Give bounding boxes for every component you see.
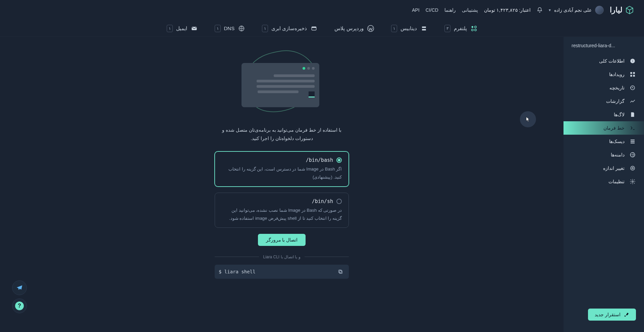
platform-icon <box>470 25 478 32</box>
option-desc: در صورتی که Bash در Image شما نصب نشده، … <box>222 206 342 222</box>
tab-dns[interactable]: DNS ۱ <box>215 25 246 32</box>
grid-icon <box>629 71 636 78</box>
deploy-button[interactable]: استقرار جدید <box>588 309 636 321</box>
brand-logo[interactable]: لیارا <box>610 6 634 14</box>
rocket-icon <box>624 312 629 317</box>
support-link[interactable]: پشتیبانی <box>462 7 478 13</box>
svg-rect-10 <box>192 27 197 30</box>
tab-badge: ۱ <box>215 25 221 32</box>
wordpress-icon <box>367 25 374 32</box>
shell-intro-text: با استفاده از خط فرمان می‌توانید به برنا… <box>221 126 342 143</box>
sidebar-item-resize[interactable]: تغییر اندازه <box>564 161 644 175</box>
history-icon <box>629 84 636 91</box>
tab-label: پلتفرم <box>454 25 467 31</box>
cli-command: $ liara shell <box>219 269 336 274</box>
gear-icon <box>629 178 636 185</box>
copy-button[interactable] <box>336 267 345 276</box>
sidebar-item-label: خط فرمان <box>603 125 625 131</box>
deploy-label: استقرار جدید <box>595 312 621 317</box>
document-icon <box>629 111 636 118</box>
tab-badge: ۱ <box>391 25 397 32</box>
cicd-link[interactable]: CI/CD <box>426 7 438 13</box>
tab-wordpress[interactable]: وردپرس پلاس <box>334 25 374 32</box>
storage-icon <box>310 25 318 32</box>
connect-browser-button[interactable]: اتصال با مرورگر <box>258 234 306 246</box>
tab-badge: ۱ <box>262 25 268 32</box>
svg-rect-5 <box>422 29 426 30</box>
sidebar-item-overview[interactable]: i اطلاعات کلی <box>564 54 644 68</box>
chart-icon <box>629 98 636 105</box>
chevron-down-icon: ▾ <box>549 8 551 12</box>
bell-icon[interactable] <box>537 7 543 13</box>
svg-rect-13 <box>630 72 632 74</box>
terminal-icon <box>629 125 636 131</box>
question-icon: ? <box>15 302 24 310</box>
tab-platform[interactable]: پلتفرم ۳ <box>444 25 478 32</box>
sidebar-item-label: تنظیمات <box>608 179 625 184</box>
api-link[interactable]: API <box>412 7 420 13</box>
main-content: با استفاده از خط فرمان می‌توانید به برنا… <box>0 37 564 332</box>
topbar: لیارا علی نجم آبادی زاده ▾ اعتبار: ۱,۴۲۳… <box>0 0 644 20</box>
sidebar-item-domains[interactable]: دامنه‌ها <box>564 148 644 161</box>
svg-point-1 <box>474 26 476 28</box>
terminal-illustration <box>235 50 329 117</box>
tab-database[interactable]: دیتابیس ۱ <box>391 25 428 32</box>
tab-label: ذخیره‌سازی ابری <box>271 25 307 31</box>
svg-point-22 <box>631 166 635 170</box>
mail-icon <box>191 25 198 32</box>
svg-rect-18 <box>631 140 635 140</box>
sidebar-item-label: تاریخچه <box>609 85 625 90</box>
cursor-ghost <box>520 111 536 127</box>
option-desc: اگر Bash در Image شما در دسترس است، این … <box>222 165 342 181</box>
shell-option-sh[interactable]: /bin/sh در صورتی که Bash در Image شما نص… <box>215 193 349 228</box>
globe-icon <box>238 25 245 32</box>
list-icon <box>629 138 636 145</box>
sidebar-item-settings[interactable]: تنظیمات <box>564 175 644 188</box>
sidebar-item-reports[interactable]: گزارشات <box>564 94 644 108</box>
info-icon: i <box>629 58 636 64</box>
sidebar-item-disks[interactable]: دیسک‌ها <box>564 135 644 148</box>
tab-label: دیتابیس <box>400 25 417 31</box>
sidebar: restructured-liara-d... i اطلاعات کلی رو… <box>564 37 644 332</box>
sidebar-item-events[interactable]: رویدادها <box>564 68 644 81</box>
telegram-fab[interactable] <box>12 280 27 295</box>
radio-unselected-icon <box>336 199 342 204</box>
svg-point-3 <box>474 29 476 31</box>
app-name[interactable]: restructured-liara-d... <box>564 43 644 54</box>
tab-storage[interactable]: ذخیره‌سازی ابری ۱ <box>262 25 318 32</box>
svg-rect-25 <box>339 271 342 273</box>
credit-balance[interactable]: اعتبار: ۱,۴۲۳,۸۲۵ تومان <box>484 7 531 13</box>
sidebar-item-label: گزارشات <box>606 98 625 104</box>
tab-email[interactable]: ایمیل ۱ <box>167 25 198 32</box>
sidebar-item-history[interactable]: تاریخچه <box>564 81 644 94</box>
svg-rect-15 <box>630 75 632 77</box>
svg-point-0 <box>471 26 473 28</box>
svg-point-2 <box>471 29 473 31</box>
guide-link[interactable]: راهنما <box>444 7 456 13</box>
help-fab[interactable]: ? <box>12 298 27 313</box>
svg-rect-26 <box>339 270 341 273</box>
copy-icon <box>337 269 343 275</box>
sidebar-item-label: دامنه‌ها <box>611 152 625 157</box>
tab-label: وردپرس پلاس <box>334 25 363 31</box>
brand-text: لیارا <box>610 6 623 14</box>
shell-option-bash[interactable]: /bin/bash اگر Bash در Image شما در دسترس… <box>215 151 349 187</box>
tab-badge: ۳ <box>444 25 450 32</box>
svg-rect-8 <box>312 27 316 28</box>
sidebar-item-shell[interactable]: خط فرمان <box>564 121 644 135</box>
sidebar-item-label: رویدادها <box>609 72 625 77</box>
svg-rect-4 <box>422 26 426 28</box>
svg-text:i: i <box>632 59 633 63</box>
user-name: علی نجم آبادی زاده <box>554 7 592 13</box>
globe-icon <box>629 151 636 158</box>
option-title: /bin/bash <box>306 157 333 163</box>
sidebar-item-label: لاگ‌ها <box>614 112 625 117</box>
sidebar-item-logs[interactable]: لاگ‌ها <box>564 108 644 121</box>
svg-rect-20 <box>631 143 635 143</box>
cube-icon <box>625 6 634 14</box>
avatar <box>595 6 604 14</box>
resize-icon <box>629 165 636 172</box>
user-menu[interactable]: علی نجم آبادی زاده ▾ <box>549 6 604 14</box>
svg-rect-16 <box>633 75 635 77</box>
svg-rect-19 <box>631 141 635 142</box>
